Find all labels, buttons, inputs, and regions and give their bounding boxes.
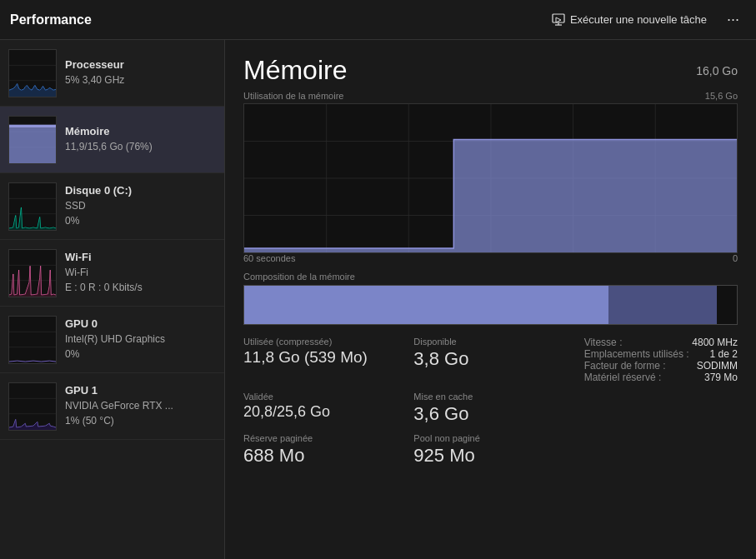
stat-slots-row: Emplacements utilisés : 1 de 2 (584, 348, 738, 360)
sidebar-item-gpu0[interactable]: GPU 0 Intel(R) UHD Graphics 0% (0, 307, 224, 373)
stat-paged-label: Réserve paginée (243, 433, 397, 443)
composition-label: Composition de la mémoire (243, 272, 738, 282)
gpu0-thumb (8, 316, 57, 364)
stat-speed-label: Vitesse : (584, 337, 623, 348)
memory-detail: 11,9/15,6 Go (76%) (65, 139, 153, 154)
stat-used: Utilisée (compressée) 11,8 Go (539 Mo) (243, 337, 397, 370)
stat-cached-label: Mise en cache (413, 392, 567, 402)
stat-reserved-row: Matériel réservé : 379 Mo (584, 372, 738, 383)
stat-available-value: 3,8 Go (413, 348, 567, 370)
cpu-thumb (8, 49, 57, 97)
chart-max: 15,6 Go (705, 91, 738, 101)
memory-info: Mémoire 11,9/15,6 Go (76%) (65, 125, 153, 154)
sidebar-item-memory[interactable]: Mémoire 11,9/15,6 Go (76%) (0, 107, 224, 173)
comp-free (717, 286, 737, 324)
memory-name: Mémoire (65, 125, 153, 137)
wifi-info: Wi-Fi Wi-Fi E : 0 R : 0 Kbits/s (65, 251, 143, 295)
content-header: Mémoire 16,0 Go (243, 55, 738, 86)
sidebar-item-wifi[interactable]: Wi-Fi Wi-Fi E : 0 R : 0 Kbits/s (0, 240, 224, 307)
disk-detail2: 0% (65, 213, 132, 228)
run-task-label: Exécuter une nouvelle tâche (570, 13, 707, 26)
composition-bar (243, 285, 738, 325)
stat-speed-row: Vitesse : 4800 MHz (584, 337, 738, 348)
disk-detail1: SSD (65, 198, 132, 213)
stat-nonpaged-value: 925 Mo (413, 445, 567, 467)
composition-section: Composition de la mémoire (243, 272, 738, 325)
svg-line-3 (556, 17, 561, 20)
stat-reserved-value: 379 Mo (704, 372, 738, 383)
gpu0-info: GPU 0 Intel(R) UHD Graphics 0% (65, 317, 165, 362)
stats-row1: Utilisée (compressée) 11,8 Go (539 Mo) D… (243, 337, 738, 383)
chart-label: Utilisation de la mémoire (243, 91, 343, 101)
gpu0-name: GPU 0 (65, 317, 165, 330)
main-layout: Processeur 5% 3,40 GHz Mémoire 11,9/15,6… (0, 40, 756, 559)
more-button[interactable]: ··· (720, 7, 746, 32)
stat-form-value: SODIMM (697, 360, 738, 372)
wifi-detail1: Wi-Fi (65, 265, 143, 280)
sidebar-item-disk[interactable]: Disque 0 (C:) SSD 0% (0, 173, 224, 240)
disk-info: Disque 0 (C:) SSD 0% (65, 184, 132, 228)
app-title: Performance (10, 12, 545, 27)
stat-validated: Validée 20,8/25,6 Go (243, 392, 397, 425)
sidebar: Processeur 5% 3,40 GHz Mémoire 11,9/15,6… (0, 40, 225, 559)
cpu-info: Processeur 5% 3,40 GHz (65, 58, 124, 87)
stat-form-row: Facteur de forme : SODIMM (584, 360, 738, 372)
stat-paged: Réserve paginée 688 Mo (243, 433, 397, 467)
stat-validated-value: 20,8/25,6 Go (243, 403, 397, 421)
stat-speed-value: 4800 MHz (692, 337, 738, 348)
main-chart-section: Utilisation de la mémoire 15,6 Go (243, 91, 738, 263)
svg-rect-13 (9, 124, 56, 127)
gpu1-thumb (8, 382, 57, 431)
stat-reserved-label: Matériel réservé : (584, 372, 662, 383)
stat-nonpaged: Pool non paginé 925 Mo (413, 433, 567, 467)
stat-slots-value: 1 de 2 (710, 348, 738, 360)
gpu0-detail2: 0% (65, 347, 165, 362)
content-title: Mémoire (243, 55, 347, 86)
chart-label-row: Utilisation de la mémoire 15,6 Go (243, 91, 738, 101)
wifi-thumb (8, 249, 57, 297)
cpu-detail: 5% 3,40 GHz (65, 72, 124, 87)
stats-row2: Validée 20,8/25,6 Go Mise en cache 3,6 G… (243, 392, 738, 425)
stat-slots-label: Emplacements utilisés : (584, 348, 689, 360)
gpu0-detail1: Intel(R) UHD Graphics (65, 332, 165, 347)
stat-paged-value: 688 Mo (243, 445, 397, 467)
run-task-icon (552, 13, 565, 27)
stat-used-label: Utilisée (compressée) (243, 337, 397, 347)
gpu1-name: GPU 1 (65, 384, 173, 397)
topbar: Performance Exécuter une nouvelle tâche … (0, 0, 756, 40)
chart-time-row: 60 secondes 0 (243, 253, 738, 263)
stat-available-label: Disponible (413, 337, 567, 347)
svg-rect-12 (9, 127, 56, 162)
stat-used-value: 11,8 Go (539 Mo) (243, 348, 397, 367)
chart-time-left: 60 secondes (243, 253, 295, 263)
stat-form-label: Facteur de forme : (584, 360, 666, 372)
wifi-name: Wi-Fi (65, 251, 143, 263)
gpu1-detail2: 1% (50 °C) (65, 413, 173, 428)
gpu1-info: GPU 1 NVIDIA GeForce RTX ... 1% (50 °C) (65, 384, 173, 428)
chart-time-right: 0 (733, 253, 738, 263)
stat-nonpaged-label: Pool non paginé (413, 433, 567, 443)
memory-thumb (8, 116, 57, 164)
sidebar-item-gpu1[interactable]: GPU 1 NVIDIA GeForce RTX ... 1% (50 °C) (0, 373, 224, 440)
topbar-actions: Exécuter une nouvelle tâche ··· (545, 7, 746, 32)
cpu-name: Processeur (65, 58, 124, 71)
stats-row3: Réserve paginée 688 Mo Pool non paginé 9… (243, 433, 738, 467)
comp-used (244, 286, 608, 324)
right-stats: Vitesse : 4800 MHz Emplacements utilisés… (584, 337, 738, 383)
stat-validated-label: Validée (243, 392, 397, 402)
run-task-button[interactable]: Exécuter une nouvelle tâche (545, 10, 713, 30)
content-total: 16,0 Go (696, 64, 738, 77)
stat-cached: Mise en cache 3,6 Go (413, 392, 567, 425)
disk-thumb (8, 182, 57, 231)
stat-available: Disponible 3,8 Go (413, 337, 567, 370)
gpu1-detail1: NVIDIA GeForce RTX ... (65, 398, 173, 413)
sidebar-item-cpu[interactable]: Processeur 5% 3,40 GHz (0, 40, 224, 107)
wifi-detail2: E : 0 R : 0 Kbits/s (65, 280, 143, 295)
stat-cached-value: 3,6 Go (413, 403, 567, 425)
svg-rect-20 (9, 317, 56, 363)
comp-cached (608, 286, 717, 324)
main-chart (243, 103, 738, 253)
disk-name: Disque 0 (C:) (65, 184, 132, 197)
content-area: Mémoire 16,0 Go Utilisation de la mémoir… (225, 40, 756, 559)
